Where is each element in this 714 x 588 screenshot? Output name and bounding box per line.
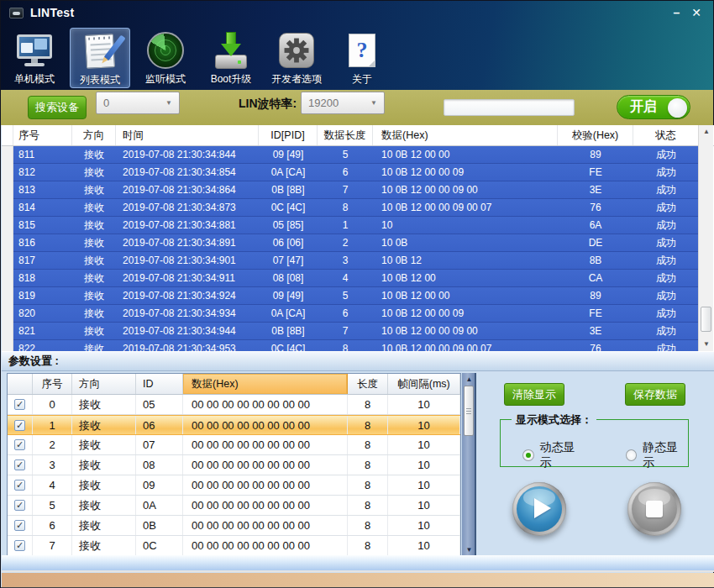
frame-table: 序号方向时间ID[PID]数据长度数据(Hex)校验(Hex)状态 811接收2… xyxy=(2,125,714,351)
frame-table-row[interactable]: 814接收2019-07-08 21:30:34:8730C [4C]810 0… xyxy=(2,199,699,217)
toolbar-item-label: 开发者选项 xyxy=(271,72,322,87)
frame-cell: 接收 xyxy=(72,323,116,340)
frame-table-row[interactable]: 822接收2019-07-08 21:30:34:9530C [4C]810 0… xyxy=(2,340,699,351)
frame-table-row[interactable]: 821接收2019-07-08 21:30:34:9440B [8B]710 0… xyxy=(2,323,699,340)
checkbox-icon: ✓ xyxy=(14,459,25,470)
frame-cell: 08 [08] xyxy=(259,270,318,287)
row-checkbox[interactable]: ✓ xyxy=(8,496,33,515)
frame-cell: 813 xyxy=(13,181,72,199)
param-table-row[interactable]: ✓6接收0B00 00 00 00 00 00 00 00810 xyxy=(8,516,460,536)
param-table-row[interactable]: ✓1接收0600 00 00 00 00 00 00 00810 xyxy=(8,415,460,435)
toolbar-item-standalone-mode[interactable]: 单机模式 xyxy=(4,28,65,88)
row-checkbox[interactable]: ✓ xyxy=(8,395,33,414)
frame-header-cell: 序号 xyxy=(13,125,72,145)
progress-field[interactable] xyxy=(444,99,575,116)
frame-cell: 2019-07-08 21:30:34:911 xyxy=(116,270,259,287)
frame-cell: 3E xyxy=(558,181,633,199)
frame-cell: 2019-07-08 21:30:34:891 xyxy=(116,234,259,252)
param-table-row[interactable]: ✓4接收0900 00 00 00 00 00 00 00810 xyxy=(8,475,460,496)
frame-table-row[interactable]: 811接收2019-07-08 21:30:34:84409 [49]510 0… xyxy=(2,146,699,164)
frame-cell: 0A [CA] xyxy=(259,305,318,323)
param-table-scrollbar[interactable]: ▲ ▼ xyxy=(462,373,476,557)
row-checkbox[interactable]: ✓ xyxy=(8,435,33,454)
frame-cell: 成功 xyxy=(633,270,699,287)
frame-cell: 成功 xyxy=(633,146,699,164)
scroll-up-icon[interactable]: ▲ xyxy=(699,125,714,139)
toolbar: 单机模式 列表模式 监听模式 xyxy=(4,24,392,90)
frame-table-row[interactable]: 817接收2019-07-08 21:30:34:90107 [47]310 0… xyxy=(2,252,699,270)
row-checkbox[interactable]: ✓ xyxy=(8,516,33,535)
search-device-button[interactable]: 搜索设备 xyxy=(28,96,87,119)
checkbox-icon: ✓ xyxy=(14,480,25,491)
frame-table-row[interactable]: 819接收2019-07-08 21:30:34:92409 [49]510 0… xyxy=(2,287,699,305)
param-table-row[interactable]: ✓3接收0800 00 00 00 00 00 00 00810 xyxy=(8,455,460,475)
toolbar-item-about[interactable]: ? 关于 xyxy=(332,28,392,88)
monitor-icon xyxy=(15,31,54,70)
device-select[interactable]: 0 ▼ xyxy=(96,92,180,114)
clear-display-button[interactable]: 清除显示 xyxy=(504,383,564,406)
close-button[interactable]: ✕ xyxy=(691,6,701,19)
toolbar-item-label: 列表模式 xyxy=(80,73,120,87)
minimize-button[interactable]: – xyxy=(673,6,680,19)
frame-cell: 8B xyxy=(558,252,633,270)
param-table-header: 序号方向ID数据(Hex)长度帧间隔(ms) xyxy=(8,374,460,395)
frame-table-row[interactable]: 815接收2019-07-08 21:30:34:88105 [85]1106A… xyxy=(2,217,699,234)
scrollbar-thumb[interactable] xyxy=(701,307,711,332)
frame-table-body: 811接收2019-07-08 21:30:34:84409 [49]510 0… xyxy=(2,146,699,351)
frame-header-cell: ID[PID] xyxy=(259,125,318,145)
question-mark-icon: ? xyxy=(343,31,381,70)
param-cell: 8 xyxy=(348,475,388,495)
row-checkbox[interactable]: ✓ xyxy=(8,536,33,555)
param-table-row[interactable]: ✓0接收0500 00 00 00 00 00 00 00810 xyxy=(8,395,460,415)
param-table-row[interactable]: ✓7接收0C00 00 00 00 00 00 00 00810 xyxy=(8,536,460,556)
frame-table-row[interactable]: 816接收2019-07-08 21:30:34:89106 [06]210 0… xyxy=(2,234,699,252)
param-table-row[interactable]: ✓5接收0A00 00 00 00 00 00 00 00810 xyxy=(8,496,460,516)
scrollbar-thumb[interactable] xyxy=(464,386,474,436)
checkbox-icon: ✓ xyxy=(14,439,25,450)
param-cell: 接收 xyxy=(72,496,136,515)
param-cell: 6 xyxy=(33,516,72,535)
toolbar-item-developer-options[interactable]: 开发者选项 xyxy=(266,28,327,88)
frame-cell: 4 xyxy=(318,270,373,287)
radio-static-display[interactable]: 静态显示 xyxy=(626,440,689,470)
param-cell: 8 xyxy=(348,416,388,434)
frame-table-row[interactable]: 818接收2019-07-08 21:30:34:91108 [08]410 0… xyxy=(2,270,699,287)
radio-dynamic-display[interactable]: 动态显示 xyxy=(522,440,585,470)
scroll-down-icon[interactable]: ▼ xyxy=(699,338,714,351)
titlebar[interactable]: LINTest – ✕ xyxy=(1,1,713,24)
frame-cell: 822 xyxy=(13,340,72,351)
param-header-cell: 长度 xyxy=(348,374,388,394)
param-table-row[interactable]: ✓2接收0700 00 00 00 00 00 00 00810 xyxy=(8,435,460,455)
start-play-button[interactable] xyxy=(512,482,566,536)
frame-cell: 接收 xyxy=(72,340,116,351)
toolbar-item-listen-mode[interactable]: 监听模式 xyxy=(135,28,196,88)
frame-cell: 0C [4C] xyxy=(259,199,318,217)
frame-cell: 3 xyxy=(318,252,373,270)
save-data-button[interactable]: 保存数据 xyxy=(625,383,685,406)
row-gutter xyxy=(2,270,13,287)
radar-icon xyxy=(146,31,185,70)
start-toggle[interactable]: 开启 xyxy=(617,95,690,119)
frame-cell: 接收 xyxy=(72,252,116,270)
frame-cell: 2019-07-08 21:30:34:854 xyxy=(116,164,259,181)
frame-header-cell: 时间 xyxy=(116,125,259,145)
scroll-up-icon[interactable]: ▲ xyxy=(462,373,476,386)
frame-cell: 10 0B 12 xyxy=(373,252,558,270)
baud-rate-select[interactable]: 19200 ▼ xyxy=(301,92,385,114)
frame-cell: 2019-07-08 21:30:34:901 xyxy=(116,252,259,270)
row-gutter xyxy=(2,217,13,234)
toolbar-item-list-mode[interactable]: 列表模式 xyxy=(70,28,130,88)
frame-table-row[interactable]: 813接收2019-07-08 21:30:34:8640B [8B]710 0… xyxy=(2,181,699,199)
frame-table-scrollbar[interactable]: ▲ ▼ xyxy=(698,125,713,351)
frame-table-row[interactable]: 820接收2019-07-08 21:30:34:9340A [CA]610 0… xyxy=(2,305,699,323)
frame-cell: 10 0B 12 00 00 09 xyxy=(373,305,558,323)
row-checkbox[interactable]: ✓ xyxy=(8,416,33,434)
row-checkbox[interactable]: ✓ xyxy=(8,455,33,475)
param-cell: 07 xyxy=(136,435,183,454)
param-table-body: ✓0接收0500 00 00 00 00 00 00 00810✓1接收0600… xyxy=(8,395,460,556)
frame-header-cell: 状态 xyxy=(633,125,699,145)
toolbar-item-boot-upgrade[interactable]: Boot升级 xyxy=(201,28,261,88)
row-checkbox[interactable]: ✓ xyxy=(8,475,33,495)
stop-button[interactable] xyxy=(627,482,681,536)
frame-table-row[interactable]: 812接收2019-07-08 21:30:34:8540A [CA]610 0… xyxy=(2,164,699,181)
